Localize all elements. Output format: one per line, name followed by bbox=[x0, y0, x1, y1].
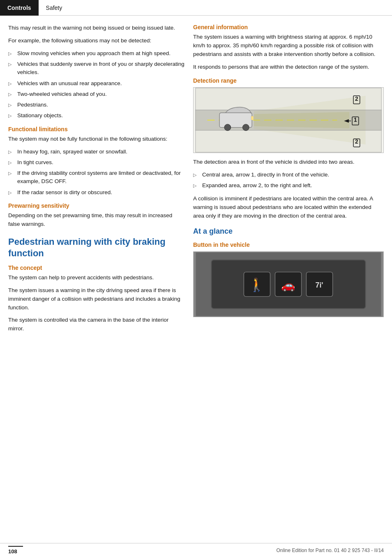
bullet-icon: ▷ bbox=[8, 90, 15, 98]
list-item-text: Expanded area, arrow 2, to the right and… bbox=[202, 181, 312, 190]
bullet-icon: ▷ bbox=[8, 101, 15, 109]
svg-text:🚶: 🚶 bbox=[249, 277, 265, 292]
list-item-text: If the driving stability control systems… bbox=[17, 169, 185, 186]
button-in-vehicle-heading: Button in the vehicle bbox=[193, 241, 384, 248]
concept-text-2: The system issues a warning in the city … bbox=[8, 286, 185, 312]
list-item: ▷ Two-wheeled vehicles ahead of you. bbox=[8, 90, 185, 98]
svg-text:7i': 7i' bbox=[316, 281, 323, 289]
list-item: ▷ If the radar sensor is dirty or obscur… bbox=[8, 188, 185, 197]
svg-point-8 bbox=[224, 124, 231, 131]
bullet-icon: ▷ bbox=[8, 158, 15, 166]
general-information-heading: General information bbox=[193, 24, 384, 30]
main-content: This may result in the warning not being… bbox=[0, 16, 392, 341]
list-item: ▷ Vehicles with an unusual rear appearan… bbox=[8, 79, 185, 88]
page-number: 108 bbox=[8, 548, 17, 555]
bullet-icon: ▷ bbox=[8, 60, 15, 68]
list-item-text: Pedestrians. bbox=[17, 101, 48, 109]
bullet-icon: ▷ bbox=[8, 148, 15, 155]
list-item-text: Vehicles that suddenly swerve in front o… bbox=[17, 60, 185, 77]
bullet-icon: ▷ bbox=[8, 49, 15, 57]
list-item: ▷ Central area, arrow 1, directly in fro… bbox=[193, 171, 384, 179]
detection-range-heading: Detection range bbox=[193, 77, 384, 84]
right-column: General information The system issues a … bbox=[193, 24, 384, 337]
list-item: ▷ Stationary objects. bbox=[8, 111, 185, 120]
list-item-text: In tight curves. bbox=[17, 158, 53, 167]
detection-text-2: A collision is imminent if pedestrians a… bbox=[193, 195, 384, 220]
list-item: ▷ Pedestrians. bbox=[8, 101, 185, 109]
bullet-icon: ▷ bbox=[8, 169, 15, 177]
functional-text: The system may not be fully functional i… bbox=[8, 135, 185, 144]
svg-text:1: 1 bbox=[354, 116, 357, 123]
concept-text-3: The system is controlled via the camera … bbox=[8, 316, 185, 333]
list-item-text: If the radar sensor is dirty or obscured… bbox=[17, 188, 112, 197]
concept-heading: The concept bbox=[8, 265, 185, 271]
svg-rect-10 bbox=[251, 116, 254, 120]
list-item: ▷ If the driving stability control syste… bbox=[8, 169, 185, 186]
button-in-vehicle-image: 🚶 🚗 7i' bbox=[193, 251, 384, 317]
bullet-icon: ▷ bbox=[8, 188, 15, 196]
list-item-text: Stationary objects. bbox=[17, 111, 63, 120]
concept-text-1: The system can help to prevent accidents… bbox=[8, 274, 185, 282]
at-a-glance-heading: At a glance bbox=[193, 227, 384, 236]
detection-areas-list: ▷ Central area, arrow 1, directly in fro… bbox=[193, 171, 384, 190]
bullet-icon: ▷ bbox=[193, 181, 200, 189]
left-column: This may result in the warning not being… bbox=[8, 24, 185, 337]
not-detected-list: ▷ Slow moving vehicles when you approach… bbox=[8, 49, 185, 120]
detection-range-diagram: 1 2 2 bbox=[193, 87, 384, 153]
prewarning-heading: Prewarning sensitivity bbox=[8, 202, 185, 209]
list-item-text: Central area, arrow 1, directly in front… bbox=[202, 171, 329, 179]
svg-point-9 bbox=[242, 124, 249, 131]
edition-text: Online Edition for Part no. 01 40 2 925 … bbox=[276, 548, 384, 553]
prewarning-text: Depending on the set prewarning time, th… bbox=[8, 211, 185, 229]
bullet-icon: ▷ bbox=[8, 79, 15, 87]
functional-limitations-heading: Functional limitations bbox=[8, 126, 185, 132]
detection-text-1: The detection area in front of the vehic… bbox=[193, 158, 384, 167]
intro-text-1: This may result in the warning not being… bbox=[8, 24, 185, 32]
list-item-text: In heavy fog, rain, sprayed water or sno… bbox=[17, 148, 127, 156]
safety-tab[interactable]: Safety bbox=[39, 0, 70, 16]
functional-list: ▷ In heavy fog, rain, sprayed water or s… bbox=[8, 148, 185, 197]
list-item: ▷ In tight curves. bbox=[8, 158, 185, 167]
pedestrian-warning-heading: Pedestrian warning with city braking fun… bbox=[8, 236, 185, 260]
intro-text-2: For example, the following situations ma… bbox=[8, 37, 185, 45]
list-item: ▷ In heavy fog, rain, sprayed water or s… bbox=[8, 148, 185, 156]
general-text-2: It responds to persons that are within t… bbox=[193, 63, 384, 72]
bullet-icon: ▷ bbox=[193, 171, 200, 179]
list-item-text: Two-wheeled vehicles ahead of you. bbox=[17, 90, 107, 98]
list-item: ▷ Slow moving vehicles when you approach… bbox=[8, 49, 185, 58]
svg-text:2: 2 bbox=[355, 138, 358, 145]
general-text-1: The system issues a warning with brightn… bbox=[193, 33, 384, 59]
svg-text:2: 2 bbox=[355, 95, 358, 102]
svg-text:🚗: 🚗 bbox=[281, 278, 295, 292]
list-item: ▷ Expanded area, arrow 2, to the right a… bbox=[193, 181, 384, 190]
list-item-text: Slow moving vehicles when you approach t… bbox=[17, 49, 171, 58]
page-footer: 108 Online Edition for Part no. 01 40 2 … bbox=[0, 543, 392, 557]
bullet-icon: ▷ bbox=[8, 111, 15, 119]
controls-tab[interactable]: Controls bbox=[0, 0, 39, 16]
list-item-text: Vehicles with an unusual rear appearance… bbox=[17, 79, 122, 88]
page-header: Controls Safety bbox=[0, 0, 392, 16]
list-item: ▷ Vehicles that suddenly swerve in front… bbox=[8, 60, 185, 77]
